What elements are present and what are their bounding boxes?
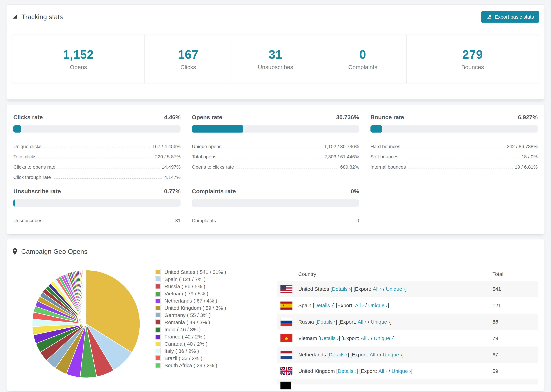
stat-label: Clicks <box>181 64 196 70</box>
rate-row-label: Hard bounces <box>370 144 400 149</box>
rate-row-value: 1,152 / 30.736% <box>324 144 359 149</box>
stat-value: 31 <box>269 48 282 61</box>
rate-row: Clicks to opens rate14.497% <box>13 160 181 170</box>
legend-label: India ( 46 / 3% ) <box>164 327 201 332</box>
details-link[interactable]: Details › <box>317 319 336 325</box>
legend-item-south-africa: South Africa ( 29 / 2% ) <box>155 362 251 369</box>
export-all-link[interactable]: All › <box>355 302 364 308</box>
page-title: Tracking stats <box>21 13 63 21</box>
divider <box>7 29 544 29</box>
export-all-link[interactable]: All › <box>361 335 370 341</box>
progress-bar-track <box>13 125 181 133</box>
country-cell: Spain [Details ›] [Export: All › / Uniqu… <box>281 301 493 309</box>
export-all-link[interactable]: All › <box>379 368 387 374</box>
legend-item-vietnam: Vietnam ( 79 / 5% ) <box>155 290 251 297</box>
legend-swatch <box>155 305 160 311</box>
legend-swatch <box>155 291 160 296</box>
flag-gb-icon <box>281 367 292 375</box>
details-link[interactable]: Details › <box>320 335 339 341</box>
export-unique-link[interactable]: Unique › <box>368 302 388 308</box>
dotted-leader <box>57 168 160 168</box>
bracket: ] <box>390 319 391 325</box>
progress-bar-track <box>370 125 538 133</box>
details-link[interactable]: Details › <box>329 352 347 358</box>
rate-row: Total opens2,303 / 61.446% <box>192 149 359 160</box>
legend-label: Russia ( 86 / 5% ) <box>164 284 205 289</box>
rate-head: Opens rate30.736% <box>192 114 359 121</box>
rate-value: 6.927% <box>518 114 538 121</box>
rate-row-label: Unsubscribes <box>13 218 42 223</box>
bracket: [ <box>315 319 317 325</box>
stat-value: 0 <box>359 48 366 61</box>
rate-row-value: 18 / 0% <box>521 154 538 160</box>
legend-item-romania: Romania ( 49 / 3% ) <box>155 319 251 326</box>
rate-row-value: 689.82% <box>340 164 359 170</box>
stat-value: 167 <box>178 48 198 61</box>
rate-row-label: Complaints <box>192 218 216 223</box>
legend-swatch <box>155 327 160 332</box>
bracket: ] [Export: <box>347 352 369 358</box>
rate-value: 0% <box>351 188 359 195</box>
rate-title: Complaints rate <box>192 188 236 195</box>
rate-row-value: 220 / 5.87% <box>155 154 181 160</box>
table-row-vn: Vietnam [Details ›] [Export: All › / Uni… <box>277 330 538 347</box>
export-unique-link[interactable]: Unique › <box>386 286 405 292</box>
separator: / <box>366 319 371 325</box>
legend-swatch <box>155 348 160 354</box>
progress-bar-track <box>192 125 359 133</box>
rate-title: Bounce rate <box>370 114 404 121</box>
rate-value: 4.46% <box>164 114 181 121</box>
stat-label: Complaints <box>348 64 377 70</box>
total-cell: 59 <box>493 368 534 374</box>
separator: / <box>381 286 386 292</box>
export-basic-stats-button[interactable]: Export basic stats <box>481 11 539 23</box>
geo-content: United States ( 541 / 31% )Spain ( 121 /… <box>7 267 544 385</box>
flag-ru-icon <box>281 318 292 326</box>
flag-partial-icon <box>281 382 291 389</box>
legend-swatch <box>155 334 160 339</box>
export-all-link[interactable]: All › <box>370 352 379 358</box>
rate-row-value: 242 / 86.738% <box>507 144 538 149</box>
progress-bar-fill <box>370 125 382 133</box>
rate-block-opens-rate: Opens rate30.736%Unique opens1,152 / 30.… <box>192 114 359 180</box>
rate-row-label: Total opens <box>192 154 216 160</box>
details-link[interactable]: Details › <box>314 302 333 308</box>
progress-bar-fill <box>13 199 15 207</box>
details-link[interactable]: Details › <box>332 286 351 292</box>
export-all-link[interactable]: All › <box>358 319 367 325</box>
progress-bar-track <box>13 199 181 207</box>
rate-rows: Complaints0 <box>192 213 359 223</box>
geo-pie-legend: United States ( 541 / 31% )Spain ( 121 /… <box>155 268 251 369</box>
rate-row-label: Unique clicks <box>13 144 42 149</box>
legend-item-brazil: Brazil ( 33 / 2% ) <box>155 355 251 362</box>
stat-cell-unsubscribes: 31Unsubscribes <box>232 35 319 83</box>
export-unique-link[interactable]: Unique › <box>374 335 393 341</box>
rate-row-value: 31 <box>175 218 181 223</box>
export-unique-link[interactable]: Unique › <box>391 368 411 374</box>
export-all-link[interactable]: All › <box>373 286 381 292</box>
stat-value: 279 <box>462 48 483 61</box>
rate-row-label: Opens to clicks rate <box>192 164 234 170</box>
country-cell: Netherlands [Details ›] [Export: All › /… <box>281 351 493 359</box>
stat-label: Opens <box>70 64 87 70</box>
column-header-country: Country <box>281 271 493 277</box>
legend-label: Netherlands ( 67 / 4% ) <box>164 298 217 304</box>
export-unique-link[interactable]: Unique › <box>383 352 402 358</box>
dotted-leader <box>38 158 153 158</box>
details-link[interactable]: Details › <box>338 368 356 374</box>
stat-label: Bounces <box>461 64 484 70</box>
legend-swatch <box>155 313 160 318</box>
total-cell: 86 <box>493 319 534 325</box>
legend-label: United Kingdom ( 59 / 3% ) <box>164 305 226 311</box>
legend-label: France ( 42 / 2% ) <box>164 334 205 340</box>
rate-row: Internal bounces19 / 6.81% <box>370 160 538 170</box>
legend-swatch <box>155 277 160 282</box>
rate-row-label: Soft bounces <box>370 154 398 160</box>
export-unique-link[interactable]: Unique › <box>371 319 390 325</box>
table-row-us: United States [Details ›] [Export: All ›… <box>277 281 538 297</box>
separator: / <box>387 368 391 374</box>
column-header-total: Total <box>493 271 534 277</box>
stat-value: 1,152 <box>63 48 94 61</box>
rate-row-value: 19 / 6.81% <box>515 164 538 170</box>
legend-label: Vietnam ( 79 / 5% ) <box>164 291 208 297</box>
